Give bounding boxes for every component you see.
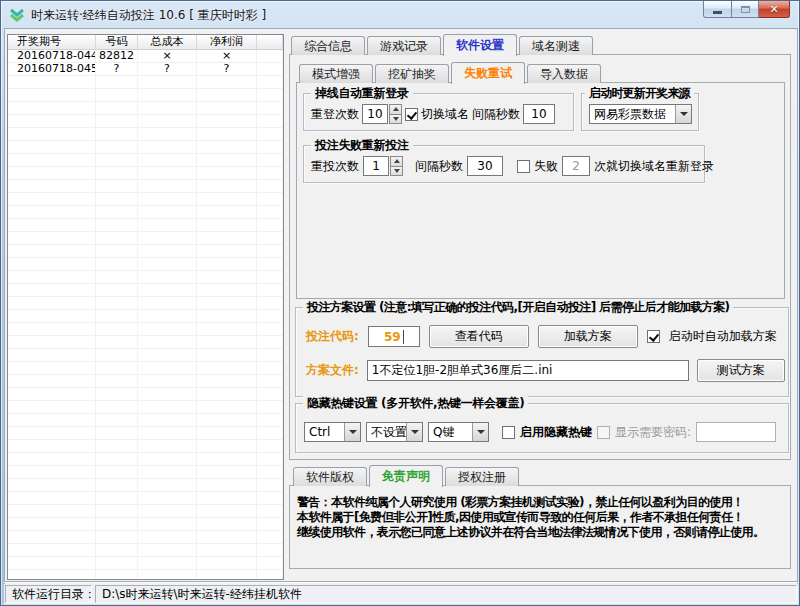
- draw-source-select[interactable]: 网易彩票数据: [589, 104, 692, 124]
- spin-up-button[interactable]: [389, 104, 402, 115]
- table-cell-filler: [257, 50, 283, 62]
- dropdown-button[interactable]: [406, 423, 422, 441]
- table-empty-row: [8, 102, 283, 115]
- title-bar[interactable]: 时来运转·经纬自动投注 10.6 [ 重庆时时彩 ] ✕: [1, 1, 799, 28]
- table-cell: [197, 505, 257, 517]
- tab-mining-draw[interactable]: 挖矿抽奖: [375, 64, 449, 83]
- settings-sub-tab-strip: 模式增强挖矿抽奖失败重试导入数据: [299, 61, 603, 83]
- main-tab-strip: 综合信息游戏记录软件设置域名测速: [291, 33, 595, 55]
- tab-import-data[interactable]: 导入数据: [527, 64, 601, 83]
- table-cell: [96, 349, 138, 361]
- disclaimer-text: 警告：本软件纯属个人研究使用 (彩票方案挂机测试实验)，禁止任何以盈利为目的使用…: [297, 495, 785, 540]
- load-plan-button[interactable]: 加载方案: [538, 325, 638, 348]
- table-cell: [8, 414, 96, 426]
- dropdown-button[interactable]: [344, 423, 360, 441]
- hotkey-modifier1-select[interactable]: Ctrl: [304, 422, 361, 442]
- tab-license-register[interactable]: 授权注册: [445, 467, 519, 486]
- hotkey-key-select[interactable]: Q键: [428, 422, 489, 442]
- fail-switch-checkbox[interactable]: [517, 160, 530, 173]
- results-table[interactable]: 开奖期号号码总成本净利润 20160718-04482812××20160718…: [7, 34, 284, 580]
- betting-plan-group-title: 投注方案设置 (注意:填写正确的投注代码,[开启自动投注] 后需停止后才能加载方…: [303, 299, 733, 316]
- fail-count-input[interactable]: 2: [562, 156, 590, 176]
- draw-source-value: 网易彩票数据: [590, 106, 675, 123]
- table-cell: [138, 115, 197, 127]
- view-code-button[interactable]: 查看代码: [429, 325, 529, 348]
- table-cell: [8, 401, 96, 413]
- tab-mode-enhance[interactable]: 模式增强: [299, 64, 373, 83]
- test-plan-button[interactable]: 测试方案: [697, 359, 785, 382]
- table-empty-row: [8, 349, 283, 362]
- rebet-interval-input[interactable]: 30: [467, 156, 503, 176]
- chevron-down-icon: [680, 112, 688, 116]
- maximize-button[interactable]: [732, 1, 759, 18]
- table-empty-row: [8, 505, 283, 518]
- column-header[interactable]: 开奖期号: [8, 35, 96, 49]
- dropdown-button[interactable]: [472, 423, 488, 441]
- tab-software-settings[interactable]: 软件设置: [443, 34, 517, 56]
- table-cell: [138, 518, 197, 530]
- spin-down-button[interactable]: [390, 167, 403, 177]
- tab-software-copyright[interactable]: 软件版权: [293, 467, 367, 486]
- rebet-group-title: 投注失败重新投注: [311, 137, 413, 154]
- table-cell: [96, 167, 138, 179]
- table-cell: [197, 258, 257, 270]
- relogin-count-input[interactable]: 10: [362, 104, 388, 124]
- tab-summary-info[interactable]: 综合信息: [291, 36, 365, 55]
- tab-fail-retry[interactable]: 失败重试: [451, 62, 525, 84]
- table-cell-filler: [257, 336, 283, 348]
- table-cell: [197, 102, 257, 114]
- bet-code-input[interactable]: 59: [368, 326, 420, 347]
- table-cell-filler: [257, 349, 283, 361]
- tab-game-records[interactable]: 游戏记录: [367, 36, 441, 55]
- bottom-tab-strip: 软件版权免责声明授权注册: [293, 464, 521, 486]
- table-cell: [197, 388, 257, 400]
- table-cell: [96, 427, 138, 439]
- rebet-count-label: 重投次数: [311, 158, 359, 175]
- hotkey-modifier2-select[interactable]: 不设置: [366, 422, 423, 442]
- spin-down-button[interactable]: [389, 115, 402, 125]
- tab-domain-speedtest[interactable]: 域名测速: [519, 36, 593, 55]
- table-cell: [197, 76, 257, 88]
- table-row[interactable]: 20160718-045???: [8, 63, 283, 76]
- spin-up-button[interactable]: [390, 156, 403, 167]
- column-header[interactable]: 号码: [96, 35, 138, 49]
- table-cell: [96, 323, 138, 335]
- minimize-button[interactable]: [703, 1, 732, 18]
- app-window: 时来运转·经纬自动投注 10.6 [ 重庆时时彩 ] ✕ 开奖期号号码总成本净利…: [0, 0, 800, 606]
- table-cell: [8, 323, 96, 335]
- dropdown-button[interactable]: [675, 105, 691, 123]
- table-cell-filler: [257, 180, 283, 192]
- table-cell: [8, 206, 96, 218]
- column-header[interactable]: 总成本: [138, 35, 197, 49]
- autoload-plan-checkbox[interactable]: [647, 330, 660, 343]
- table-cell: [197, 193, 257, 205]
- table-cell: [138, 479, 197, 491]
- table-cell: [138, 245, 197, 257]
- spin-down-icon: [393, 117, 399, 121]
- table-cell: [96, 154, 138, 166]
- close-button[interactable]: ✕: [759, 1, 790, 18]
- table-cell: [96, 193, 138, 205]
- switch-domain-checkbox[interactable]: [405, 108, 418, 121]
- table-cell-filler: [257, 258, 283, 270]
- tab-disclaimer[interactable]: 免责声明: [369, 465, 443, 487]
- table-cell: [96, 76, 138, 88]
- column-header[interactable]: 净利润: [197, 35, 257, 49]
- table-cell: [96, 388, 138, 400]
- rebet-count-input[interactable]: 1: [363, 156, 389, 176]
- table-cell: [197, 206, 257, 218]
- relogin-interval-input[interactable]: 10: [523, 104, 555, 124]
- table-cell: [96, 557, 138, 569]
- enable-hotkey-checkbox[interactable]: [502, 426, 515, 439]
- table-empty-row: [8, 414, 283, 427]
- table-cell: [197, 440, 257, 452]
- table-cell-filler: [257, 167, 283, 179]
- table-cell: [8, 76, 96, 88]
- spin-up-icon: [393, 107, 399, 111]
- table-cell-filler: [257, 427, 283, 439]
- table-row[interactable]: 20160718-04482812××: [8, 50, 283, 63]
- table-cell-filler: [257, 141, 283, 153]
- table-cell: [138, 102, 197, 114]
- table-cell-filler: [257, 388, 283, 400]
- plan-file-input[interactable]: 1不定位1胆-2胆单式36厘后二.ini: [367, 360, 689, 381]
